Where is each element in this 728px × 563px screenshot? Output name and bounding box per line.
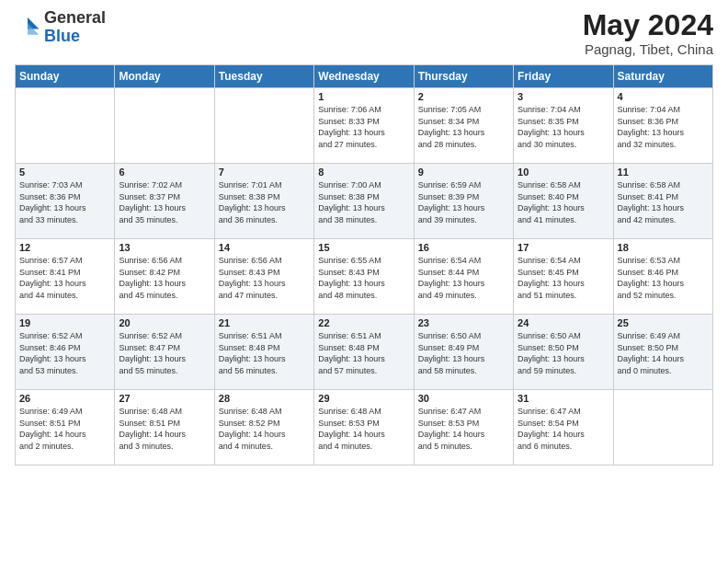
header: General Blue May 2024 Pagnag, Tibet, Chi… [15, 9, 713, 57]
calendar-cell: 3Sunrise: 7:04 AM Sunset: 8:35 PM Daylig… [514, 88, 613, 164]
cell-info: Sunrise: 6:58 AM Sunset: 8:40 PM Dayligh… [518, 179, 609, 225]
day-number: 2 [418, 91, 509, 102]
logo-text: General Blue [44, 9, 106, 46]
title-block: May 2024 Pagnag, Tibet, China [583, 9, 713, 57]
day-number: 9 [418, 167, 509, 178]
cell-info: Sunrise: 7:01 AM Sunset: 8:38 PM Dayligh… [219, 179, 310, 225]
day-number: 12 [19, 242, 110, 253]
day-number: 20 [119, 317, 210, 328]
cell-info: Sunrise: 7:05 AM Sunset: 8:34 PM Dayligh… [418, 104, 509, 150]
day-number: 1 [318, 91, 409, 102]
location: Pagnag, Tibet, China [583, 41, 713, 57]
calendar-cell: 24Sunrise: 6:50 AM Sunset: 8:50 PM Dayli… [514, 315, 613, 390]
calendar-cell: 25Sunrise: 6:49 AM Sunset: 8:50 PM Dayli… [613, 315, 712, 390]
weekday-header-row: SundayMondayTuesdayWednesdayThursdayFrid… [16, 65, 713, 88]
cell-info: Sunrise: 6:54 AM Sunset: 8:44 PM Dayligh… [418, 255, 509, 301]
day-number: 15 [318, 242, 409, 253]
calendar-row-1: 5Sunrise: 7:03 AM Sunset: 8:36 PM Daylig… [16, 164, 713, 239]
calendar-cell: 7Sunrise: 7:01 AM Sunset: 8:38 PM Daylig… [214, 164, 313, 239]
weekday-friday: Friday [514, 65, 613, 88]
calendar-cell [613, 390, 712, 465]
calendar-row-3: 19Sunrise: 6:52 AM Sunset: 8:46 PM Dayli… [16, 315, 713, 390]
day-number: 14 [219, 242, 310, 253]
calendar-cell: 15Sunrise: 6:55 AM Sunset: 8:43 PM Dayli… [314, 239, 414, 315]
cell-info: Sunrise: 6:53 AM Sunset: 8:46 PM Dayligh… [618, 255, 709, 301]
calendar-cell: 6Sunrise: 7:02 AM Sunset: 8:37 PM Daylig… [115, 164, 214, 239]
cell-info: Sunrise: 6:52 AM Sunset: 8:47 PM Dayligh… [119, 330, 210, 376]
calendar-cell [115, 88, 214, 164]
calendar-cell: 28Sunrise: 6:48 AM Sunset: 8:52 PM Dayli… [214, 390, 313, 465]
calendar-cell [214, 88, 313, 164]
calendar-cell: 20Sunrise: 6:52 AM Sunset: 8:47 PM Dayli… [115, 315, 214, 390]
cell-info: Sunrise: 6:51 AM Sunset: 8:48 PM Dayligh… [318, 330, 409, 376]
calendar-cell: 17Sunrise: 6:54 AM Sunset: 8:45 PM Dayli… [514, 239, 613, 315]
calendar-cell: 21Sunrise: 6:51 AM Sunset: 8:48 PM Dayli… [214, 315, 313, 390]
cell-info: Sunrise: 6:56 AM Sunset: 8:42 PM Dayligh… [119, 255, 210, 301]
weekday-saturday: Saturday [613, 65, 712, 88]
day-number: 24 [518, 317, 609, 328]
calendar-cell: 22Sunrise: 6:51 AM Sunset: 8:48 PM Dayli… [314, 315, 414, 390]
day-number: 16 [418, 242, 509, 253]
cell-info: Sunrise: 6:54 AM Sunset: 8:45 PM Dayligh… [518, 255, 609, 301]
calendar-cell: 2Sunrise: 7:05 AM Sunset: 8:34 PM Daylig… [414, 88, 513, 164]
weekday-tuesday: Tuesday [214, 65, 313, 88]
calendar-cell [16, 88, 115, 164]
day-number: 8 [318, 167, 409, 178]
calendar-cell: 31Sunrise: 6:47 AM Sunset: 8:54 PM Dayli… [514, 390, 613, 465]
day-number: 22 [318, 317, 409, 328]
calendar-cell: 30Sunrise: 6:47 AM Sunset: 8:53 PM Dayli… [414, 390, 513, 465]
day-number: 27 [119, 393, 210, 404]
cell-info: Sunrise: 6:48 AM Sunset: 8:53 PM Dayligh… [318, 406, 409, 452]
cell-info: Sunrise: 6:47 AM Sunset: 8:54 PM Dayligh… [518, 406, 609, 452]
calendar-row-4: 26Sunrise: 6:49 AM Sunset: 8:51 PM Dayli… [16, 390, 713, 465]
cell-info: Sunrise: 6:49 AM Sunset: 8:50 PM Dayligh… [618, 330, 709, 376]
day-number: 18 [618, 242, 709, 253]
cell-info: Sunrise: 7:03 AM Sunset: 8:36 PM Dayligh… [19, 179, 110, 225]
calendar-cell: 10Sunrise: 6:58 AM Sunset: 8:40 PM Dayli… [514, 164, 613, 239]
day-number: 4 [618, 91, 709, 102]
cell-info: Sunrise: 6:52 AM Sunset: 8:46 PM Dayligh… [19, 330, 110, 376]
calendar-cell: 13Sunrise: 6:56 AM Sunset: 8:42 PM Dayli… [115, 239, 214, 315]
cell-info: Sunrise: 6:48 AM Sunset: 8:51 PM Dayligh… [119, 406, 210, 452]
calendar-cell: 26Sunrise: 6:49 AM Sunset: 8:51 PM Dayli… [16, 390, 115, 465]
weekday-monday: Monday [115, 65, 214, 88]
cell-info: Sunrise: 6:49 AM Sunset: 8:51 PM Dayligh… [19, 406, 110, 452]
calendar-cell: 29Sunrise: 6:48 AM Sunset: 8:53 PM Dayli… [314, 390, 414, 465]
calendar-table: SundayMondayTuesdayWednesdayThursdayFrid… [15, 64, 713, 465]
cell-info: Sunrise: 7:00 AM Sunset: 8:38 PM Dayligh… [318, 179, 409, 225]
cell-info: Sunrise: 6:50 AM Sunset: 8:49 PM Dayligh… [418, 330, 509, 376]
weekday-sunday: Sunday [16, 65, 115, 88]
calendar-cell: 8Sunrise: 7:00 AM Sunset: 8:38 PM Daylig… [314, 164, 414, 239]
day-number: 13 [119, 242, 210, 253]
day-number: 5 [19, 167, 110, 178]
weekday-wednesday: Wednesday [314, 65, 414, 88]
logo-icon [15, 15, 40, 40]
calendar-cell: 27Sunrise: 6:48 AM Sunset: 8:51 PM Dayli… [115, 390, 214, 465]
calendar-cell: 9Sunrise: 6:59 AM Sunset: 8:39 PM Daylig… [414, 164, 513, 239]
month-title: May 2024 [583, 9, 713, 41]
logo: General Blue [15, 9, 106, 46]
calendar-row-0: 1Sunrise: 7:06 AM Sunset: 8:33 PM Daylig… [16, 88, 713, 164]
day-number: 30 [418, 393, 509, 404]
cell-info: Sunrise: 6:47 AM Sunset: 8:53 PM Dayligh… [418, 406, 509, 452]
day-number: 11 [618, 167, 709, 178]
cell-info: Sunrise: 6:48 AM Sunset: 8:52 PM Dayligh… [219, 406, 310, 452]
cell-info: Sunrise: 6:56 AM Sunset: 8:43 PM Dayligh… [219, 255, 310, 301]
calendar-cell: 11Sunrise: 6:58 AM Sunset: 8:41 PM Dayli… [613, 164, 712, 239]
logo-general: General [44, 8, 106, 27]
day-number: 7 [219, 167, 310, 178]
cell-info: Sunrise: 6:55 AM Sunset: 8:43 PM Dayligh… [318, 255, 409, 301]
calendar-cell: 18Sunrise: 6:53 AM Sunset: 8:46 PM Dayli… [613, 239, 712, 315]
day-number: 25 [618, 317, 709, 328]
cell-info: Sunrise: 6:59 AM Sunset: 8:39 PM Dayligh… [418, 179, 509, 225]
calendar-cell: 19Sunrise: 6:52 AM Sunset: 8:46 PM Dayli… [16, 315, 115, 390]
cell-info: Sunrise: 6:51 AM Sunset: 8:48 PM Dayligh… [219, 330, 310, 376]
day-number: 6 [119, 167, 210, 178]
calendar-cell: 16Sunrise: 6:54 AM Sunset: 8:44 PM Dayli… [414, 239, 513, 315]
day-number: 26 [19, 393, 110, 404]
weekday-thursday: Thursday [414, 65, 513, 88]
day-number: 31 [518, 393, 609, 404]
cell-info: Sunrise: 7:04 AM Sunset: 8:36 PM Dayligh… [618, 104, 709, 150]
calendar-cell: 23Sunrise: 6:50 AM Sunset: 8:49 PM Dayli… [414, 315, 513, 390]
cell-info: Sunrise: 7:02 AM Sunset: 8:37 PM Dayligh… [119, 179, 210, 225]
